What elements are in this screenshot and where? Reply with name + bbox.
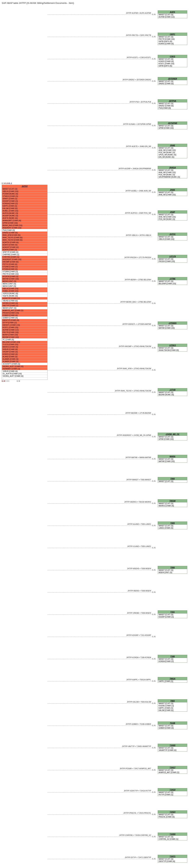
- target-table-header[interactable]: T681A: [158, 677, 187, 680]
- main-table-field: BEINH [CHAR (10)]: [2, 334, 47, 336]
- target-table-field: MANDT [CLNT (3)]: [158, 169, 187, 172]
- relation-label: JHTFP-CHIFFRE = TJH39-CHIFFRE_KZ: [119, 834, 151, 836]
- target-table-header[interactable]: JJT179: [158, 255, 187, 258]
- target-table-field: AVMPOS_ART [CHAR (2)]: [158, 771, 187, 774]
- main-table-field: KDGRP [CHAR (2)]: [2, 200, 47, 203]
- target-table-header[interactable]: JHAK: [158, 188, 187, 191]
- cardinality-right: 0..N: [152, 280, 156, 282]
- target-table-box: TJH23MANDT [CLNT (3)]PRSCHL [CHAR (4)]: [158, 810, 187, 818]
- cardinality-right: 0..N: [152, 324, 156, 327]
- target-table-header[interactable]: JGTGPNR: [158, 122, 187, 125]
- target-table-header[interactable]: JJTIKO: [158, 344, 187, 347]
- connector-line: [48, 792, 152, 793]
- target-table-header[interactable]: TJH05: [158, 744, 187, 747]
- connector-line: [48, 437, 152, 437]
- target-table-header[interactable]: T151: [158, 611, 187, 614]
- cardinality-right: 0..N: [152, 791, 156, 793]
- cardinality-right: 0..N: [152, 547, 156, 549]
- connector-line: [48, 348, 152, 348]
- target-table-field: MANDT [CLNT (3)]: [158, 147, 187, 149]
- main-table-field: VKGRP [CHAR (3)]: [2, 351, 47, 353]
- target-table-header[interactable]: TJH71: [158, 855, 187, 858]
- target-table-field: MANDT [CLNT (3)]: [158, 569, 187, 571]
- main-table-field: INHK_TECH1 [CHAR (8)]: [2, 237, 47, 239]
- main-table-field: MEINS [UNIT (3)]: [2, 280, 47, 283]
- relation-label: JHTFP-PRODH = JJT179-PRODH: [124, 256, 151, 258]
- target-table-header[interactable]: JJTVB: [158, 389, 187, 391]
- target-table-header[interactable]: JDTDRER: [158, 77, 187, 80]
- target-table-field: DRERZ [CHAR (8)]: [158, 105, 187, 107]
- main-table-box: JHTFP MANDT [CLNT (3)]VBELN [CHAR (10)]P…: [2, 185, 48, 380]
- relation-label: JHTFP-PVA = JDTPVA-PVA: [129, 101, 151, 103]
- main-table-field: OL_AUFTR [CHAR (14)]: [2, 373, 47, 375]
- cardinality-right: 0..N: [152, 680, 156, 682]
- target-table-header[interactable]: TJH23: [158, 810, 187, 813]
- target-table-field: MANDT [CLNT (3)]: [158, 13, 187, 16]
- main-table-field: VAVTYP [CHAR (1)]: [2, 305, 47, 307]
- cardinality-right: 0..N: [152, 480, 156, 482]
- cardinality-right: 0..N: [152, 369, 156, 371]
- main-table-field: PRODH [CHAR (18)]: [2, 312, 47, 314]
- cardinality-right: 0..N: [152, 302, 156, 304]
- target-table-field: VAVARTYP [CHAR (4)]: [158, 749, 187, 751]
- relation-label: JHTFP-DRERZ = JDTDRER-DRERZ: [123, 79, 151, 81]
- target-table-field: PRSCHL [CHAR (4)]: [158, 816, 187, 818]
- target-table-field: MANDT [CLNT (3)]: [158, 658, 187, 660]
- target-table-header[interactable]: TJH17: [158, 766, 187, 769]
- main-table-field: AZAFOV [CHAR (4)]: [2, 241, 47, 244]
- main-table-field: TXJCD [CHAR (15)]: [2, 343, 47, 346]
- target-table-header[interactable]: CSKS: [158, 55, 187, 58]
- target-table-header[interactable]: JHTFK: [158, 233, 187, 236]
- target-table-header[interactable]: TJH19: [158, 788, 187, 791]
- target-table-header[interactable]: T006: [158, 566, 187, 569]
- cardinality-right: 0..N: [152, 836, 156, 838]
- main-table-field: PRCTB [CHAR (10)]: [2, 331, 47, 334]
- main-table-field: INHK_KFM [CHAR (8)]: [2, 234, 47, 237]
- target-table-field: GSBER [CHAR (4)]: [158, 727, 187, 729]
- relation-label: JHTFP-ALAND = T005-LAND1: [127, 523, 151, 525]
- target-table-header[interactable]: MARA: [158, 455, 187, 458]
- main-table-field: SPART [CHAR (2)]: [2, 197, 47, 200]
- target-table-field: CHIFFRE_KZ [CHAR (1)]: [158, 838, 187, 840]
- target-table-header[interactable]: T683: [158, 700, 187, 702]
- target-table-header[interactable]: T005: [158, 522, 187, 525]
- target-table-box: JDTDRERMANDT [CLNT (3)]DRERZ [CHAR (8)]: [158, 77, 187, 85]
- relation-label: JHTFP-WERKS = T001W-WERKS: [124, 501, 151, 503]
- target-table-header[interactable]: JHAE: [158, 144, 187, 147]
- target-table-header[interactable]: T000: [158, 477, 187, 480]
- main-table-field: VKORG_AUFT [CHAR (4)]: [2, 365, 47, 368]
- main-table-field: VGBEL [CHAR (10)]: [2, 290, 47, 292]
- target-table-field: KALSM [CHAR (6)]: [158, 709, 187, 711]
- cardinality-right: 0..N: [152, 36, 156, 38]
- cardinality-right: 0..N: [152, 636, 156, 638]
- target-table-header[interactable]: CEPC: [158, 33, 187, 36]
- cardinality-right: 0..N: [152, 569, 156, 571]
- main-table-field: VBELN [CHAR (10)]: [2, 287, 47, 290]
- main-table-header[interactable]: JHTFP: [2, 185, 47, 188]
- cardinality-right: 0..N: [152, 614, 156, 615]
- target-table-box: JHTFKMANDT [CLNT (3)]VBELN [CHAR (10)]: [158, 232, 187, 241]
- target-table-header[interactable]: JJTDIEN: [158, 322, 187, 324]
- target-table-box: JHAGAMANDT [CLNT (3)]AVM_NR [CHAR (10)]P…: [158, 166, 187, 178]
- target-table-header[interactable]: T001W: [158, 499, 187, 502]
- target-table-header[interactable]: JDTPVA: [158, 99, 187, 102]
- target-table-field: DATBI [DATS (8)]: [158, 65, 187, 67]
- main-table-field: KOSTL [CHAR (10)]: [2, 327, 47, 329]
- target-table-header[interactable]: T188: [158, 655, 187, 658]
- main-table-field: KTGRB [CHAR (2)]: [2, 266, 47, 268]
- connector-line: [48, 37, 152, 37]
- target-table-header[interactable]: AUFK: [158, 10, 187, 13]
- target-table-field: AVM_NR [CHAR (10)]: [158, 172, 187, 174]
- target-table-header[interactable]: JHAGA: [158, 166, 187, 169]
- target-table-header[interactable]: JHAP: [158, 211, 187, 214]
- target-table-field: MANDT [CLNT (3)]: [158, 502, 187, 505]
- relation-label: JHTFP-KALSM = T683-KALSM: [127, 701, 151, 703]
- relation-label: JHTFP-MATNR = MARA-MATNR: [125, 457, 151, 459]
- target-table-header[interactable]: TGSB: [158, 722, 187, 724]
- relation-label: JHTFP-VAVTYP = TJH05-VAVARTYP: [122, 745, 151, 747]
- target-table-box: JJTVBMANDT [CLNT (3)]BEDNR [NUMC (8)]: [158, 388, 187, 396]
- target-table-header[interactable]: JJTBE: [158, 277, 187, 280]
- cardinality-right: 0..N: [152, 858, 156, 860]
- target-table-header[interactable]: JJVDB_MK_FK: [158, 433, 187, 436]
- target-table-header[interactable]: TJH59: [158, 833, 187, 836]
